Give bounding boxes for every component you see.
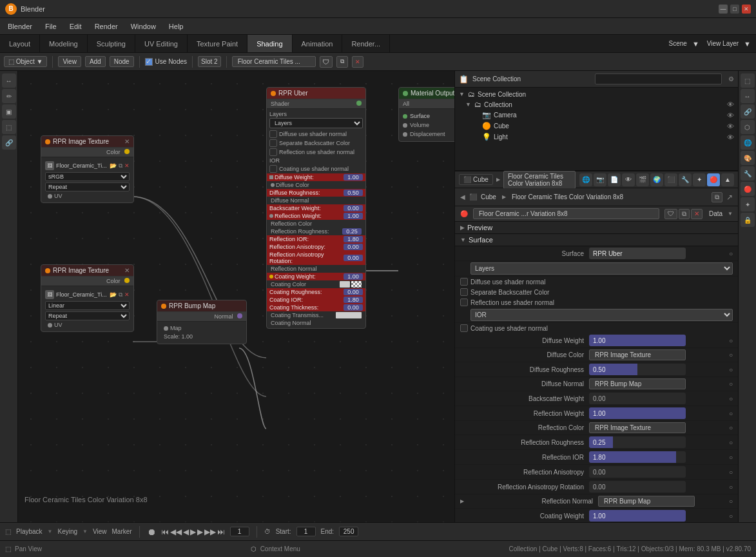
material-data-tab[interactable]: Data (709, 210, 722, 217)
prop-slider-backscatter-weight[interactable]: 0.00 (589, 393, 686, 404)
marker-label[interactable]: Marker (112, 528, 132, 535)
prop-ior-select[interactable]: IOR (470, 309, 733, 321)
prev-keyframe-btn[interactable]: ◀◀ (170, 527, 182, 536)
prop-slider-reflection-weight[interactable]: 1.00 (589, 407, 686, 419)
tab-animation[interactable]: Animation (293, 35, 343, 52)
prop-slider-diffuse-roughness[interactable]: 0.50 (589, 364, 686, 375)
tab-modeling[interactable]: Modeling (40, 35, 88, 52)
right-sidebar-icon10[interactable]: 🔒 (741, 213, 755, 227)
node-uber-separate-backscatter-cb[interactable] (269, 139, 277, 147)
minimize-button[interactable]: — (719, 5, 728, 14)
right-sidebar-icon3[interactable]: 🔗 (741, 104, 755, 119)
props-icon-scene2[interactable]: 🎬 (636, 173, 649, 186)
props-expand-icon[interactable]: ↗ (726, 193, 733, 202)
right-sidebar-icon1[interactable]: ⬚ (741, 73, 755, 88)
props-icon-output[interactable]: 📄 (608, 173, 621, 186)
prop-reflection-normal-dot[interactable]: ○ (729, 498, 733, 505)
view-btn[interactable]: View (58, 56, 81, 67)
props-icon-world[interactable]: 🌍 (650, 173, 663, 186)
material-name-toolbar[interactable]: Floor Ceramic Tiles ... (232, 56, 316, 67)
jump-start-btn[interactable]: ⏮ (161, 527, 169, 536)
node-img1-extension-select[interactable]: Repeat (45, 182, 130, 191)
playback-label[interactable]: Playback (16, 528, 43, 535)
props-icon-material[interactable]: 🔴 (707, 173, 720, 186)
right-sidebar-icon2[interactable]: ↔ (741, 89, 755, 103)
tab-texture-paint[interactable]: Texture Paint (188, 35, 247, 52)
node-img2-file-btn1[interactable]: 📂 (110, 291, 117, 298)
prop-diffuse-weight-dot[interactable]: ○ (729, 337, 733, 344)
view-layer-selector[interactable]: ▼ (744, 40, 751, 48)
prop-reflection-anisotropy-rotation-dot[interactable]: ○ (729, 484, 733, 491)
tree-item-camera[interactable]: 📷 Camera 👁 (455, 110, 738, 121)
menu-blender[interactable]: Blender (5, 21, 35, 32)
props-icon-render[interactable]: 📷 (594, 173, 606, 186)
right-sidebar-icon9[interactable]: ✦ (741, 197, 755, 211)
prop-reflection-weight-dot[interactable]: ○ (729, 410, 733, 417)
tab-shading[interactable]: Shading (247, 35, 292, 52)
tree-camera-eye[interactable]: 👁 (727, 112, 734, 119)
props-icon-data[interactable]: ▲ (721, 173, 734, 186)
sidebar-link-icon[interactable]: 🔗 (2, 135, 16, 150)
prop-layers-select[interactable]: Layers (470, 262, 733, 275)
slot-selector[interactable]: Slot 2 (198, 56, 221, 67)
toolbar-mode-selector[interactable]: ⬚ Object ▼ (4, 56, 47, 67)
material-copy-btn[interactable]: ⧉ (679, 209, 690, 219)
props-icon-modifiers[interactable]: 🔧 (679, 173, 692, 186)
material-shield-icon[interactable]: 🛡 (320, 56, 333, 68)
right-sidebar-icon4[interactable]: ⬡ (741, 120, 755, 134)
prop-reflection-shader-normal-cb[interactable] (460, 298, 468, 306)
scene-selector[interactable]: ▼ (692, 40, 699, 48)
keying-label[interactable]: Keying (58, 528, 78, 535)
tree-item-cube[interactable]: 🟠 Cube 👁 (455, 121, 738, 132)
playback-menu-btn[interactable]: ⬚ (5, 528, 11, 535)
prop-slider-coating-weight[interactable]: 1.00 (589, 510, 686, 522)
right-sidebar-icon8[interactable]: 🔴 (741, 182, 755, 196)
material-options-icon[interactable]: ⧉ (712, 192, 722, 202)
tab-sculpting[interactable]: Sculpting (88, 35, 135, 52)
props-icon-particles[interactable]: ✦ (693, 173, 706, 186)
prop-coating-weight-dot[interactable]: ○ (729, 513, 733, 520)
menu-render[interactable]: Render (92, 21, 121, 32)
material-delete-btn[interactable]: ✕ (691, 209, 703, 219)
prop-reflection-color-dot[interactable]: ○ (729, 424, 733, 431)
menu-edit[interactable]: Edit (67, 21, 84, 32)
tree-item-scene-collection[interactable]: ▼ 🗂 Scene Collection (455, 89, 738, 99)
node-img2-file-btn3[interactable]: ✕ (124, 291, 130, 298)
use-nodes-checkbox[interactable]: ✓ (145, 58, 153, 66)
outliner-search-input[interactable] (595, 73, 722, 84)
prop-reflection-normal-texture[interactable]: RPR Bump Map (598, 496, 695, 507)
node-btn[interactable]: Node (110, 56, 134, 67)
prop-surface-dropdown[interactable]: RPR Uber (589, 248, 686, 259)
jump-end-btn[interactable]: ⏭ (217, 527, 225, 536)
tab-layout[interactable]: Layout (0, 35, 40, 52)
prop-slider-reflection-ior[interactable]: 1.80 (589, 451, 686, 463)
node-uber-reflection-normal-cb[interactable] (269, 148, 277, 156)
node-img1-file-btn3[interactable]: ✕ (124, 162, 130, 169)
props-icon-view[interactable]: 👁 (622, 173, 635, 186)
add-btn[interactable]: Add (85, 56, 106, 67)
prop-diffuse-shader-normal-cb[interactable] (460, 278, 468, 286)
next-frame-btn[interactable]: ▶ (197, 527, 203, 536)
menu-file[interactable]: File (43, 21, 59, 32)
right-sidebar-icon6[interactable]: 🎨 (741, 151, 755, 165)
tree-cube-eye[interactable]: 👁 (727, 122, 734, 130)
section-preview[interactable]: ▶ Preview (455, 222, 738, 234)
tab-render[interactable]: Render... (342, 35, 390, 52)
sidebar-node-select-icon[interactable]: ▣ (2, 104, 16, 119)
prop-backscatter-weight-dot[interactable]: ○ (729, 395, 733, 402)
prop-slider-diffuse-weight[interactable]: 1.00 (589, 335, 686, 346)
material-name-input[interactable]: Floor Ceramic ...r Variation 8x8 (473, 208, 659, 219)
node-img1-close[interactable]: ✕ (124, 138, 130, 145)
node-img2-close[interactable]: ✕ (124, 267, 130, 274)
sidebar-annotate-icon[interactable]: ✏ (2, 89, 16, 103)
node-img2-colorspace-select[interactable]: Linear (45, 301, 130, 310)
node-uber-layers-select[interactable]: Layers (269, 118, 363, 128)
prop-slider-reflection-anisotropy[interactable]: 0.00 (589, 466, 686, 478)
material-delete-icon[interactable]: ✕ (352, 56, 363, 68)
prev-frame-btn[interactable]: ◀ (183, 527, 189, 536)
next-keyframe-btn[interactable]: ▶▶ (204, 527, 216, 536)
node-img1-file-btn1[interactable]: 📂 (110, 162, 117, 169)
prop-slider-reflection-roughness[interactable]: 0.25 (589, 436, 686, 448)
play-btn[interactable]: ▶ (190, 527, 196, 536)
node-uber-diffuse-normal-cb[interactable] (269, 130, 277, 138)
